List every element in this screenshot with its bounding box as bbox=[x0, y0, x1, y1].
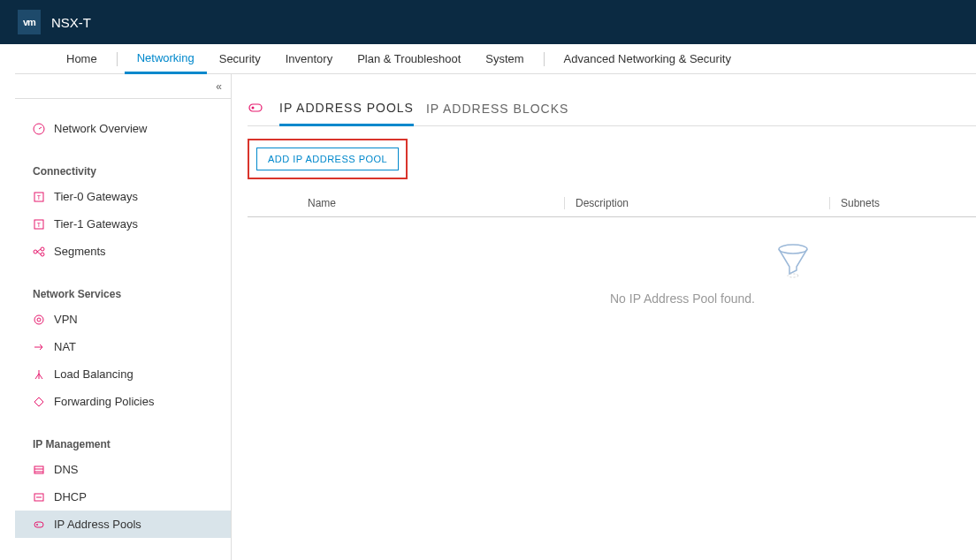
svg-point-9 bbox=[37, 318, 41, 322]
sidebar-item-label: Tier-1 Gateways bbox=[54, 217, 138, 231]
forward-icon bbox=[33, 396, 45, 408]
sidebar-heading-network-services: Network Services bbox=[15, 279, 231, 306]
topnav-home[interactable]: Home bbox=[54, 44, 110, 74]
vpn-icon bbox=[33, 314, 45, 326]
dns-icon bbox=[33, 464, 45, 476]
table-header-spacer bbox=[248, 197, 308, 209]
svg-rect-12 bbox=[34, 522, 43, 527]
highlighted-action-area: ADD IP ADDRESS POOL bbox=[248, 139, 408, 179]
funnel-icon bbox=[610, 242, 976, 279]
top-navigation: Home Networking Security Inventory Plan … bbox=[15, 44, 976, 74]
tab-ip-address-pools[interactable]: IP ADDRESS POOLS bbox=[279, 94, 414, 126]
topnav-inventory[interactable]: Inventory bbox=[273, 44, 345, 74]
sidebar-collapse-bar: « bbox=[15, 74, 231, 99]
svg-rect-14 bbox=[249, 104, 262, 111]
sidebar-item-nat[interactable]: NAT bbox=[15, 333, 231, 360]
sidebar-heading-ip-management: IP Management bbox=[15, 429, 231, 456]
sidebar-item-label: VPN bbox=[54, 313, 78, 326]
topnav-advanced[interactable]: Advanced Networking & Security bbox=[552, 44, 743, 74]
sidebar-item-label: NAT bbox=[54, 340, 76, 353]
table-header-name: Name bbox=[308, 197, 564, 209]
sidebar-item-label: Network Overview bbox=[54, 122, 147, 135]
sidebar-section-ip-management: IP Management DNS DHCP IP Address Pools bbox=[15, 422, 231, 545]
sidebar-item-tier1[interactable]: T Tier-1 Gateways bbox=[15, 210, 231, 238]
svg-text:T: T bbox=[37, 222, 42, 228]
table-header-subnets: Subnets bbox=[829, 197, 976, 209]
sidebar-item-dhcp[interactable]: DHCP bbox=[15, 483, 231, 511]
sidebar-item-label: DHCP bbox=[54, 490, 87, 503]
svg-point-13 bbox=[36, 524, 38, 526]
sidebar-item-network-overview[interactable]: Network Overview bbox=[15, 106, 231, 142]
sidebar-item-tier0[interactable]: T Tier-0 Gateways bbox=[15, 183, 231, 210]
segments-icon bbox=[33, 246, 45, 258]
content-tabs: IP ADDRESS POOLS IP ADDRESS BLOCKS bbox=[248, 94, 976, 126]
topnav-security[interactable]: Security bbox=[207, 44, 273, 74]
topnav-system[interactable]: System bbox=[473, 44, 536, 74]
sidebar-item-label: IP Address Pools bbox=[54, 518, 141, 531]
topnav-plan-troubleshoot[interactable]: Plan & Troubleshoot bbox=[345, 44, 473, 74]
svg-rect-10 bbox=[34, 466, 43, 473]
svg-point-15 bbox=[252, 107, 255, 110]
sidebar-item-segments[interactable]: Segments bbox=[15, 238, 231, 265]
sidebar-heading-connectivity: Connectivity bbox=[15, 156, 231, 183]
sidebar-section-network-services: Network Services VPN NAT Load Balancing bbox=[15, 272, 231, 422]
sidebar-item-forwarding[interactable]: Forwarding Policies bbox=[15, 388, 231, 415]
svg-point-16 bbox=[779, 245, 807, 254]
topnav-networking[interactable]: Networking bbox=[125, 44, 207, 74]
collapse-icon[interactable]: « bbox=[216, 80, 222, 93]
add-ip-address-pool-button[interactable]: ADD IP ADDRESS POOL bbox=[256, 148, 399, 170]
vm-logo: vm bbox=[18, 10, 41, 34]
separator bbox=[117, 52, 118, 66]
table-header-row: Name Description Subnets bbox=[248, 190, 976, 217]
sidebar-item-label: Forwarding Policies bbox=[54, 395, 154, 408]
app-header: vm NSX-T bbox=[0, 0, 976, 44]
ip-pool-icon bbox=[33, 518, 45, 531]
separator bbox=[544, 52, 545, 66]
sidebar: « Network Overview Connectivity T Tier-0… bbox=[15, 74, 232, 560]
content-area: IP ADDRESS POOLS IP ADDRESS BLOCKS ADD I… bbox=[232, 74, 976, 560]
sidebar-item-label: Tier-0 Gateways bbox=[54, 190, 138, 203]
sidebar-item-dns[interactable]: DNS bbox=[15, 456, 231, 483]
sidebar-section-connectivity: Connectivity T Tier-0 Gateways T Tier-1 … bbox=[15, 149, 231, 272]
app-title: NSX-T bbox=[51, 15, 91, 30]
sidebar-item-ip-pools[interactable]: IP Address Pools bbox=[15, 511, 231, 538]
ip-pool-table: Name Description Subnets No IP Address P… bbox=[248, 190, 976, 306]
gateway-icon: T bbox=[33, 191, 45, 203]
svg-point-6 bbox=[41, 247, 44, 251]
loadbalance-icon bbox=[33, 368, 45, 381]
dashboard-icon bbox=[33, 123, 45, 135]
sidebar-item-label: DNS bbox=[54, 463, 78, 476]
ip-pool-page-icon bbox=[248, 100, 263, 119]
svg-point-8 bbox=[34, 315, 43, 324]
svg-text:T: T bbox=[37, 194, 42, 201]
empty-state-text: No IP Address Pool found. bbox=[610, 291, 787, 306]
table-header-description: Description bbox=[564, 197, 829, 209]
dhcp-icon bbox=[33, 491, 45, 503]
empty-state: No IP Address Pool found. bbox=[248, 242, 976, 306]
nat-icon bbox=[33, 341, 45, 353]
sidebar-item-vpn[interactable]: VPN bbox=[15, 306, 231, 333]
sidebar-item-load-balancing[interactable]: Load Balancing bbox=[15, 360, 231, 388]
sidebar-section-overview: Network Overview bbox=[15, 99, 231, 149]
svg-point-7 bbox=[41, 253, 44, 256]
sidebar-item-label: Segments bbox=[54, 245, 106, 258]
svg-point-5 bbox=[34, 250, 37, 254]
main-layout: « Network Overview Connectivity T Tier-0… bbox=[0, 74, 976, 560]
sidebar-item-label: Load Balancing bbox=[54, 367, 133, 381]
gateway-icon: T bbox=[33, 218, 45, 231]
tab-ip-address-blocks[interactable]: IP ADDRESS BLOCKS bbox=[426, 95, 568, 125]
